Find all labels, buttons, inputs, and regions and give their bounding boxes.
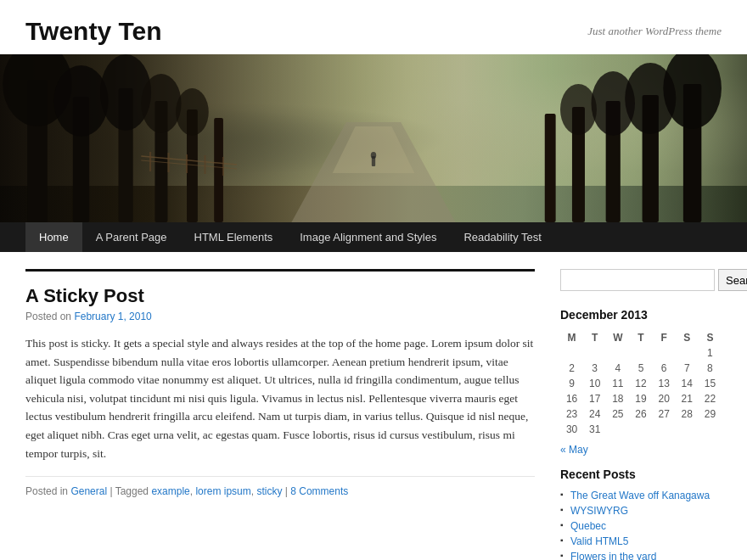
calendar-day[interactable]: 4: [606, 361, 629, 376]
calendar-day: [676, 345, 699, 361]
post-date-link[interactable]: February 1, 2010: [74, 311, 151, 322]
calendar-day: [629, 345, 652, 361]
recent-post-link[interactable]: Quebec: [570, 520, 606, 532]
tag-sticky[interactable]: sticky: [256, 485, 282, 497]
calendar-day[interactable]: 6: [653, 361, 676, 376]
calendar-day[interactable]: 19: [629, 391, 652, 406]
calendar-day[interactable]: 1: [699, 345, 722, 361]
recent-post-item: WYSIWYRG: [560, 503, 722, 518]
calendar-day[interactable]: 23: [560, 406, 583, 422]
tag-lorem-ipsum[interactable]: lorem ipsum: [195, 485, 250, 497]
posted-on-label: Posted on: [25, 311, 71, 322]
tag-example[interactable]: example: [151, 485, 189, 497]
nav-item[interactable]: Home: [25, 222, 82, 252]
main-nav: HomeA Parent PageHTML ElementsImage Alig…: [0, 222, 747, 252]
calendar-title: December 2013: [560, 308, 722, 322]
post-meta: Posted on February 1, 2010: [25, 311, 535, 322]
calendar-day[interactable]: 31: [583, 422, 606, 437]
recent-post-link[interactable]: The Great Wave off Kanagawa: [570, 490, 710, 501]
calendar-prev-link[interactable]: « May: [560, 444, 588, 456]
calendar-day[interactable]: 22: [699, 391, 722, 406]
recent-posts-list: The Great Wave off KanagawaWYSIWYRGQuebe…: [560, 488, 722, 560]
calendar-day[interactable]: 15: [699, 376, 722, 391]
svg-point-26: [371, 152, 376, 159]
calendar-day: [560, 345, 583, 361]
nav-item[interactable]: Readability Test: [450, 222, 555, 252]
recent-post-item: Quebec: [560, 518, 722, 534]
search-widget: Search: [560, 269, 722, 291]
nav-item[interactable]: HTML Elements: [181, 222, 287, 252]
nav-link[interactable]: HTML Elements: [181, 222, 287, 252]
main-content: A Sticky Post Posted on February 1, 2010…: [25, 269, 535, 560]
site-title: Twenty Ten: [25, 17, 162, 46]
calendar-day-header: T: [629, 330, 652, 345]
posted-in-label: Posted in: [25, 485, 68, 497]
calendar-day[interactable]: 5: [629, 361, 652, 376]
svg-rect-24: [545, 114, 556, 222]
calendar-day[interactable]: 21: [676, 391, 699, 406]
search-button[interactable]: Search: [718, 269, 747, 291]
calendar-day: [653, 422, 676, 437]
recent-post-link[interactable]: WYSIWYRG: [570, 505, 628, 517]
post-category-link[interactable]: General: [70, 485, 107, 497]
tagged-label: Tagged: [115, 485, 149, 497]
post-title: A Sticky Post: [25, 285, 535, 307]
svg-point-21: [591, 71, 635, 136]
calendar-day[interactable]: 2: [560, 361, 583, 376]
nav-link[interactable]: Readability Test: [450, 222, 555, 252]
svg-point-8: [53, 65, 108, 137]
svg-rect-15: [214, 118, 223, 222]
calendar-day[interactable]: 30: [560, 422, 583, 437]
recent-post-item: Valid HTML5: [560, 534, 722, 549]
calendar-day[interactable]: 3: [583, 361, 606, 376]
calendar-day: [699, 422, 722, 437]
nav-link[interactable]: Home: [25, 222, 82, 252]
calendar-day[interactable]: 27: [653, 406, 676, 422]
calendar-day[interactable]: 13: [653, 376, 676, 391]
calendar-day[interactable]: 10: [583, 376, 606, 391]
post-content: This post is sticky. It gets a special s…: [25, 334, 535, 462]
sidebar: Search December 2013 MTWTFSS 12345678910…: [560, 269, 722, 560]
calendar-day-header: S: [676, 330, 699, 345]
calendar-day[interactable]: 26: [629, 406, 652, 422]
calendar-day: [606, 345, 629, 361]
calendar-day-header: T: [583, 330, 606, 345]
calendar-day[interactable]: 25: [606, 406, 629, 422]
recent-post-link[interactable]: Flowers in the yard: [570, 551, 656, 560]
calendar-day: [676, 422, 699, 437]
recent-posts-title: Recent Posts: [560, 468, 722, 481]
recent-post-item: The Great Wave off Kanagawa: [560, 488, 722, 503]
comments-link[interactable]: 8 Comments: [290, 485, 348, 497]
calendar-day: [583, 345, 606, 361]
recent-posts-widget: Recent Posts The Great Wave off Kanagawa…: [560, 468, 722, 560]
calendar-day-header: M: [560, 330, 583, 345]
search-input[interactable]: [560, 269, 715, 291]
nav-item[interactable]: A Parent Page: [82, 222, 181, 252]
nav-item[interactable]: Image Alignment and Styles: [286, 222, 450, 252]
calendar-day[interactable]: 11: [606, 376, 629, 391]
recent-post-link[interactable]: Valid HTML5: [570, 535, 628, 547]
calendar-day[interactable]: 7: [676, 361, 699, 376]
calendar-day-header: F: [653, 330, 676, 345]
calendar-day: [629, 422, 652, 437]
svg-point-12: [141, 74, 181, 133]
calendar-day: [653, 345, 676, 361]
calendar-day[interactable]: 9: [560, 376, 583, 391]
nav-link[interactable]: Image Alignment and Styles: [286, 222, 450, 252]
nav-link[interactable]: A Parent Page: [82, 222, 181, 252]
calendar-day[interactable]: 16: [560, 391, 583, 406]
calendar-day[interactable]: 14: [676, 376, 699, 391]
calendar-day[interactable]: 20: [653, 391, 676, 406]
calendar-day[interactable]: 8: [699, 361, 722, 376]
calendar-day[interactable]: 18: [606, 391, 629, 406]
calendar-day[interactable]: 17: [583, 391, 606, 406]
calendar-day[interactable]: 29: [699, 406, 722, 422]
calendar-widget: December 2013 MTWTFSS 123456789101112131…: [560, 308, 722, 456]
post-footer: Posted in General | Tagged example, lore…: [25, 476, 535, 497]
hero-image: [0, 54, 747, 222]
calendar-day[interactable]: 28: [676, 406, 699, 422]
recent-post-item: Flowers in the yard: [560, 549, 722, 560]
calendar-day[interactable]: 12: [629, 376, 652, 391]
calendar-day-header: S: [699, 330, 722, 345]
calendar-day[interactable]: 24: [583, 406, 606, 422]
